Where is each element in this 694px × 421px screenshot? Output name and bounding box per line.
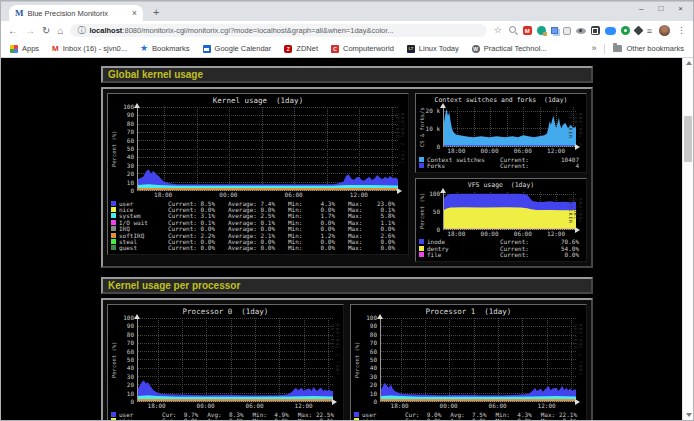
browser-menu-icon[interactable]: ⋮ bbox=[677, 26, 686, 35]
x-tick: 18:00 bbox=[447, 231, 465, 237]
tab-close-icon[interactable]: × bbox=[132, 9, 137, 18]
y-tick: 0 bbox=[130, 399, 134, 405]
bookmark-linux-today[interactable]: LTLinux Today bbox=[407, 44, 459, 53]
x-tick: 06:00 bbox=[285, 192, 303, 198]
divider bbox=[604, 44, 605, 54]
legend-label: nice bbox=[362, 417, 402, 420]
x-tick: 00:00 bbox=[481, 231, 499, 237]
address-bar[interactable]: ⓘ localhost:8080/monitorix-cgi/monitorix… bbox=[70, 24, 486, 37]
zoom-extension-icon[interactable] bbox=[605, 27, 616, 35]
chart-processor-0[interactable]: Processor 0 (1day)Percent (%)01020304050… bbox=[107, 304, 344, 420]
section-header-kernel-usage-per-processor: Kernel usage per processor bbox=[101, 277, 593, 294]
legend-stat: Min:0.0% bbox=[288, 244, 345, 251]
processor-0-title: Processor 0 (1day) bbox=[111, 307, 340, 316]
bookmark-bookmarks[interactable]: ★Bookmarks bbox=[140, 44, 190, 53]
x-tick-labels: 18:0000:0006:0012:00 bbox=[137, 191, 398, 199]
bookmark-practical-technology[interactable]: WPractical Technol... bbox=[472, 44, 547, 53]
bookmark-google-calendar[interactable]: Google Calendar bbox=[203, 44, 272, 53]
maximize-button[interactable]: □ bbox=[658, 5, 663, 13]
y-tick: 90 bbox=[370, 323, 377, 329]
rrdtool-watermark: RRDTOOL / TOBI OETIKER bbox=[573, 324, 583, 402]
bookmarks-bar: Apps MInbox (16) - sjvn0... ★Bookmarks G… bbox=[1, 40, 693, 58]
eye-extension-icon[interactable] bbox=[576, 28, 586, 34]
legend-stat: Current:0.0% bbox=[168, 244, 225, 251]
y-tick: 20 bbox=[127, 171, 134, 177]
stat-value: 0.0% bbox=[427, 417, 441, 420]
screenshot-extension-icon[interactable] bbox=[591, 26, 600, 35]
x-tick: 06:00 bbox=[246, 403, 264, 409]
x-tick-labels: 18:0000:0006:0012:00 bbox=[380, 402, 576, 410]
scroll-up-icon[interactable] bbox=[686, 61, 692, 65]
stat-value: 0.0% bbox=[184, 417, 198, 420]
stat-key: Min: bbox=[253, 417, 267, 420]
y-tick: 70 bbox=[127, 129, 134, 135]
legend-stat: Avg:0.0% bbox=[450, 417, 492, 420]
wordpress-icon: W bbox=[472, 45, 480, 53]
chart-processor-1[interactable]: Processor 1 (1day)Percent (%)01020304050… bbox=[350, 304, 587, 420]
page-scrollbar[interactable] bbox=[682, 58, 693, 420]
reload-icon[interactable]: ↻ bbox=[42, 26, 50, 36]
y-tick: 30 bbox=[127, 163, 134, 169]
plot-area bbox=[443, 107, 576, 147]
y-tick: 80 bbox=[370, 332, 377, 338]
legend-swatch bbox=[419, 157, 424, 162]
box-extension-icon[interactable] bbox=[563, 27, 571, 35]
reading-list-icon[interactable]: ≡ bbox=[647, 26, 652, 35]
x-tick: 00:00 bbox=[219, 192, 237, 198]
legend-stat: Avg:0.0% bbox=[207, 417, 249, 420]
y-tick: 50 bbox=[127, 357, 134, 363]
home-icon[interactable]: ⌂ bbox=[57, 26, 63, 36]
chart-legend: userCur:9.0%Avg:7.5%Min:4.3%Max:22.1%nic… bbox=[354, 411, 583, 420]
y-tick: 30 bbox=[127, 374, 134, 380]
back-icon[interactable]: ← bbox=[8, 26, 18, 36]
forward-icon[interactable]: → bbox=[25, 26, 35, 36]
legend-label: Forks bbox=[427, 162, 497, 169]
x-tick: 00:00 bbox=[481, 148, 499, 154]
tab-blue-precision-monitorix[interactable]: M Blue Precision Monitorix × bbox=[9, 5, 143, 21]
monitorix-favicon-icon: M bbox=[15, 9, 24, 18]
bookmark-star-icon[interactable]: ☆ bbox=[494, 26, 502, 35]
processor-1-body: Percent (%)0102030405060708090100RRDTOOL… bbox=[354, 318, 583, 402]
new-tab-button[interactable]: + bbox=[153, 7, 159, 18]
scroll-down-icon[interactable] bbox=[686, 413, 692, 417]
url-text[interactable]: localhost:8080/monitorix-cgi/monitorix.c… bbox=[89, 26, 393, 35]
linux-today-icon: LT bbox=[407, 45, 415, 53]
x-tick: 12:00 bbox=[295, 403, 313, 409]
profile-avatar[interactable] bbox=[659, 25, 670, 36]
legend-row: ForksCurrent:4 bbox=[419, 162, 583, 168]
y-tick: 60 bbox=[127, 138, 134, 144]
legend-stat: Min:0.0% bbox=[496, 417, 538, 420]
legend-stat: Max:0.0% bbox=[348, 244, 405, 251]
bookmark-computerworld[interactable]: CComputerworld bbox=[331, 44, 394, 53]
x-tick: 18:00 bbox=[154, 192, 172, 198]
chart-context-switches-forks[interactable]: Context switches and forks (1day)CS & fo… bbox=[415, 93, 587, 173]
bookmark-inbox[interactable]: MInbox (16) - sjvn0... bbox=[52, 44, 127, 53]
scrollbar-thumb[interactable] bbox=[684, 116, 692, 162]
y-tick: 20 bbox=[127, 382, 134, 388]
legend-swatch bbox=[111, 207, 116, 212]
chart-kernel-usage[interactable]: Kernel usage (1day)Percent (%)0102030405… bbox=[107, 93, 409, 255]
search-extension-icon[interactable] bbox=[509, 26, 518, 35]
legend-stat: Current:4 bbox=[500, 162, 583, 169]
x-tick: 18:00 bbox=[148, 403, 166, 409]
context-switches-body: CS & forks/s010 k20 kRRDTOOL / TOBI OETI… bbox=[419, 107, 583, 147]
other-bookmarks[interactable]: Other bookmarks bbox=[613, 44, 684, 53]
pin-extension-icon[interactable] bbox=[633, 26, 643, 36]
chart-vfs-usage[interactable]: VFS usage (1day)Percent (%)050100RRDTOOL… bbox=[415, 178, 587, 262]
bookmarks-overflow-icon[interactable]: » bbox=[591, 44, 596, 53]
bookmark-label: Practical Technol... bbox=[484, 44, 547, 53]
legend-swatch bbox=[419, 252, 424, 257]
pages-extension-icon[interactable] bbox=[551, 27, 558, 34]
chart-legend: userCurrent:8.5%Average:7.4%Min:4.3%Max:… bbox=[111, 200, 405, 251]
minimize-button[interactable]: – bbox=[639, 5, 643, 13]
y-tick: 10 bbox=[127, 391, 134, 397]
green-extension-icon[interactable] bbox=[621, 26, 630, 35]
bookmark-zdnet[interactable]: ZZDNet bbox=[284, 44, 318, 53]
y-tick: 100 bbox=[429, 191, 440, 197]
globe-extension-icon[interactable] bbox=[537, 26, 546, 35]
x-tick: 06:00 bbox=[514, 148, 532, 154]
page-info-icon[interactable]: ⓘ bbox=[77, 27, 85, 35]
close-button[interactable]: × bbox=[678, 5, 683, 13]
bookmark-apps[interactable]: Apps bbox=[10, 44, 39, 53]
gmail-extension-icon[interactable]: M bbox=[523, 26, 532, 35]
